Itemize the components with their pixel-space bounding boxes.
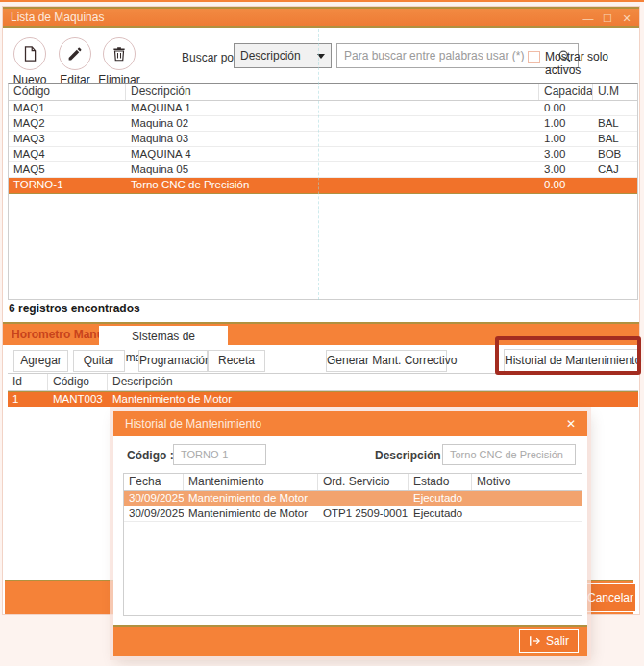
- close-icon[interactable]: ✕: [566, 417, 587, 431]
- grid-guide-line: [318, 29, 319, 300]
- search-field-wrapper: [336, 43, 579, 68]
- records-count: 6 registros encontrados: [9, 302, 140, 315]
- history-table: Fecha Mantenimiento Ord. Servicio Estado…: [123, 473, 582, 616]
- column-header[interactable]: Mantenimiento: [184, 474, 318, 490]
- cell-codigo: MAQ2: [9, 116, 126, 131]
- tab-sistemas-mantenimiento[interactable]: Sistemas de mantenimiento: [99, 326, 228, 347]
- cell-motivo: [472, 491, 582, 506]
- cell-estado: Ejecutado: [409, 491, 472, 506]
- cell-codigo: MAQ1: [9, 101, 126, 115]
- delete-button[interactable]: Eliminar: [96, 37, 142, 86]
- cell-ord-servicio: OTP1 2509-0001: [318, 506, 409, 521]
- column-header[interactable]: Id: [8, 374, 48, 390]
- tab-strip: Horometro Manual Sistemas de mantenimien…: [3, 322, 639, 345]
- cell-estado: Ejecutado: [409, 506, 472, 521]
- window-title: Lista de Maquinas: [3, 11, 104, 24]
- minimize-icon[interactable]: —: [582, 11, 595, 26]
- new-button[interactable]: Nuevo: [7, 37, 53, 86]
- cell-um: [593, 101, 637, 115]
- cell-codigo: TORNO-1: [9, 178, 126, 193]
- cell-descripcion: Maquina 05: [126, 162, 539, 177]
- machines-table-header: Código Descripción Capacidad U.M: [9, 84, 637, 101]
- cell-ord-servicio: [318, 491, 409, 506]
- cell-codigo: MANT003: [48, 392, 108, 407]
- column-header[interactable]: U.M: [593, 84, 637, 100]
- dialog-footer-bar: [113, 625, 587, 656]
- cell-um: BOB: [593, 147, 637, 161]
- table-row-selected[interactable]: 30/09/2025 Mantenimiento de Motor Ejecut…: [124, 491, 582, 506]
- main-titlebar: Lista de Maquinas — ☐ ✕: [3, 7, 639, 28]
- show-active-label: Mostrar solo activos: [545, 50, 639, 77]
- column-header[interactable]: Ord. Servicio: [318, 474, 409, 490]
- trash-icon: [103, 37, 136, 70]
- cell-capacidad: 1.00: [539, 132, 593, 146]
- table-row[interactable]: MAQ1 MAQUINA 1 0.00: [9, 101, 637, 116]
- cell-descripcion: Torno CNC de Precisión: [126, 178, 539, 193]
- codigo-label: Código :: [127, 449, 174, 462]
- cell-codigo: MAQ4: [9, 147, 126, 161]
- programming-button[interactable]: Programación: [138, 350, 208, 372]
- search-input[interactable]: [337, 49, 557, 62]
- column-header[interactable]: Descripción: [108, 374, 638, 390]
- cell-um: BAL: [593, 116, 637, 131]
- maintenance-history-dialog: Historial de Mantenimiento ✕ Código : TO…: [113, 411, 587, 656]
- cell-capacidad: 3.00: [539, 147, 593, 161]
- cell-codigo: MAQ5: [9, 162, 126, 177]
- exit-button[interactable]: Salir: [519, 629, 579, 653]
- close-icon[interactable]: ✕: [620, 11, 633, 26]
- column-header[interactable]: Descripción: [126, 84, 539, 100]
- maintenance-history-button[interactable]: Historial de Mantenimiento: [504, 349, 638, 373]
- recipe-button[interactable]: Receta: [208, 350, 265, 372]
- table-row[interactable]: MAQ4 MAQUINA 4 3.00 BOB: [9, 147, 637, 162]
- edit-button[interactable]: Editar: [52, 37, 98, 86]
- maximize-icon[interactable]: ☐: [601, 11, 614, 26]
- table-row-selected[interactable]: TORNO-1 Torno CNC de Precisión 0.00: [9, 178, 637, 194]
- table-row-selected[interactable]: 1 MANT003 Mantenimiento de Motor: [8, 391, 638, 407]
- column-header[interactable]: Motivo: [472, 474, 582, 490]
- cell-descripcion: Maquina 02: [126, 116, 539, 131]
- codigo-field[interactable]: TORNO-1: [173, 444, 266, 465]
- search-by-dropdown[interactable]: Descripción: [234, 43, 332, 68]
- cell-descripcion: MAQUINA 4: [126, 147, 539, 161]
- cell-um: CAJ: [593, 162, 637, 177]
- column-header[interactable]: Capacidad: [539, 84, 593, 100]
- remove-button[interactable]: Quitar: [73, 350, 125, 372]
- column-header[interactable]: Fecha: [124, 474, 184, 490]
- cell-codigo: MAQ3: [9, 132, 126, 146]
- cell-capacidad: 0.00: [539, 101, 593, 115]
- exit-icon: [529, 635, 542, 647]
- maintenance-table-header: Id Código Descripción: [8, 374, 638, 391]
- table-row[interactable]: 30/09/2025 Mantenimiento de Motor OTP1 2…: [124, 506, 582, 522]
- show-active-checkbox[interactable]: [528, 51, 540, 63]
- cell-fecha: 30/09/2025: [124, 506, 184, 521]
- cell-um: [593, 178, 637, 193]
- descripcion-field[interactable]: Torno CNC de Precisión: [442, 444, 576, 465]
- cell-id: 1: [8, 392, 48, 407]
- column-header[interactable]: Código: [48, 374, 108, 390]
- search-by-label: Buscar por:: [182, 51, 240, 64]
- cell-descripcion: MAQUINA 1: [126, 101, 539, 115]
- table-row[interactable]: MAQ3 Maquina 03 1.00 BAL: [9, 132, 637, 147]
- generate-corrective-button[interactable]: Generar Mant. Correctivo: [326, 350, 447, 372]
- column-header[interactable]: Código: [9, 84, 126, 100]
- table-row[interactable]: MAQ5 Maquina 05 3.00 CAJ: [9, 162, 637, 178]
- history-table-header: Fecha Mantenimiento Ord. Servicio Estado…: [124, 474, 582, 491]
- cell-fecha: 30/09/2025: [124, 491, 184, 506]
- cell-descripcion: Mantenimiento de Motor: [108, 392, 638, 407]
- window-top-edge: [0, 0, 644, 2]
- pencil-icon: [59, 37, 91, 70]
- search-by-value: Descripción: [235, 49, 317, 62]
- maintenance-table: Id Código Descripción 1 MANT003 Mantenim…: [8, 373, 638, 407]
- column-header[interactable]: Estado: [409, 474, 472, 490]
- cell-mantenimiento: Mantenimiento de Motor: [184, 506, 318, 521]
- cell-motivo: [472, 506, 582, 521]
- dialog-title: Historial de Mantenimiento: [113, 417, 566, 431]
- cell-capacidad: 1.00: [539, 116, 593, 131]
- cancel-button[interactable]: Cancelar: [584, 583, 636, 612]
- descripcion-label: Descripción :: [375, 449, 448, 462]
- table-row[interactable]: MAQ2 Maquina 02 1.00 BAL: [9, 116, 637, 132]
- cell-capacidad: 3.00: [539, 162, 593, 177]
- cell-capacidad: 0.00: [539, 178, 593, 193]
- add-button[interactable]: Agregar: [13, 350, 68, 372]
- cell-um: BAL: [593, 132, 637, 146]
